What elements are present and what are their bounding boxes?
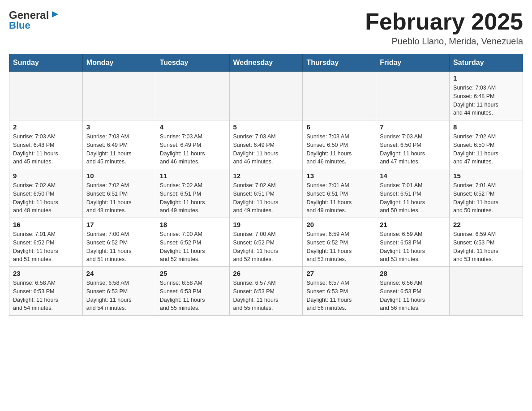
day-number: 16	[13, 221, 79, 228]
day-info: Sunrise: 7:03 AMSunset: 6:49 PMDaylight:…	[233, 133, 299, 166]
calendar-cell-w5-d6: 28Sunrise: 6:56 AMSunset: 6:53 PMDayligh…	[376, 267, 450, 316]
day-info: Sunrise: 6:58 AMSunset: 6:53 PMDaylight:…	[160, 279, 226, 313]
day-number: 9	[13, 172, 79, 180]
calendar-cell-w5-d3: 25Sunrise: 6:58 AMSunset: 6:53 PMDayligh…	[156, 267, 229, 316]
day-number: 23	[13, 270, 79, 277]
day-number: 7	[380, 123, 446, 131]
day-info: Sunrise: 7:03 AMSunset: 6:49 PMDaylight:…	[160, 133, 226, 166]
day-number: 8	[453, 123, 519, 131]
calendar-header-row: Sunday Monday Tuesday Wednesday Thursday…	[9, 54, 523, 72]
day-info: Sunrise: 7:03 AMSunset: 6:48 PMDaylight:…	[13, 133, 79, 166]
day-number: 27	[306, 270, 372, 277]
calendar-cell-w3-d3: 11Sunrise: 7:02 AMSunset: 6:51 PMDayligh…	[156, 169, 229, 218]
day-info: Sunrise: 7:00 AMSunset: 6:52 PMDaylight:…	[160, 230, 226, 264]
calendar-cell-w1-d5	[303, 72, 376, 120]
page-subtitle: Pueblo Llano, Merida, Venezuela	[365, 36, 523, 47]
calendar-cell-w2-d2: 3Sunrise: 7:03 AMSunset: 6:49 PMDaylight…	[82, 120, 156, 169]
calendar-week-1: 1Sunrise: 7:03 AMSunset: 6:48 PMDaylight…	[9, 72, 523, 120]
day-info: Sunrise: 6:57 AMSunset: 6:53 PMDaylight:…	[233, 279, 299, 313]
calendar-cell-w1-d4	[229, 72, 303, 120]
day-number: 18	[160, 221, 226, 228]
day-info: Sunrise: 7:02 AMSunset: 6:51 PMDaylight:…	[233, 181, 299, 215]
calendar-cell-w3-d6: 14Sunrise: 7:01 AMSunset: 6:51 PMDayligh…	[376, 169, 450, 218]
calendar-cell-w2-d5: 6Sunrise: 7:03 AMSunset: 6:50 PMDaylight…	[303, 120, 376, 169]
day-number: 6	[306, 123, 372, 131]
day-number: 17	[86, 221, 152, 228]
calendar-table: Sunday Monday Tuesday Wednesday Thursday…	[9, 54, 523, 316]
day-info: Sunrise: 6:58 AMSunset: 6:53 PMDaylight:…	[86, 279, 152, 313]
day-info: Sunrise: 6:59 AMSunset: 6:52 PMDaylight:…	[306, 230, 372, 264]
calendar-cell-w5-d7	[450, 267, 523, 316]
day-info: Sunrise: 7:03 AMSunset: 6:50 PMDaylight:…	[380, 133, 446, 166]
calendar-cell-w5-d5: 27Sunrise: 6:57 AMSunset: 6:53 PMDayligh…	[303, 267, 376, 316]
calendar-cell-w2-d4: 5Sunrise: 7:03 AMSunset: 6:49 PMDaylight…	[229, 120, 303, 169]
calendar-week-3: 9Sunrise: 7:02 AMSunset: 6:50 PMDaylight…	[9, 169, 523, 218]
day-number: 14	[380, 172, 446, 180]
svg-marker-0	[52, 11, 58, 17]
calendar-week-4: 16Sunrise: 7:01 AMSunset: 6:52 PMDayligh…	[9, 218, 523, 267]
calendar-cell-w2-d6: 7Sunrise: 7:03 AMSunset: 6:50 PMDaylight…	[376, 120, 450, 169]
calendar-cell-w2-d1: 2Sunrise: 7:03 AMSunset: 6:48 PMDaylight…	[9, 120, 83, 169]
col-header-monday: Monday	[82, 54, 156, 72]
page-title: February 2025	[365, 9, 523, 34]
calendar-cell-w2-d3: 4Sunrise: 7:03 AMSunset: 6:49 PMDaylight…	[156, 120, 229, 169]
calendar-cell-w5-d1: 23Sunrise: 6:58 AMSunset: 6:53 PMDayligh…	[9, 267, 83, 316]
day-info: Sunrise: 7:01 AMSunset: 6:52 PMDaylight:…	[453, 181, 519, 215]
calendar-cell-w2-d7: 8Sunrise: 7:02 AMSunset: 6:50 PMDaylight…	[450, 120, 523, 169]
day-info: Sunrise: 7:00 AMSunset: 6:52 PMDaylight:…	[86, 230, 152, 264]
calendar-cell-w4-d7: 22Sunrise: 6:59 AMSunset: 6:53 PMDayligh…	[450, 218, 523, 267]
col-header-sunday: Sunday	[9, 54, 83, 72]
logo-text-blue: Blue	[9, 20, 30, 31]
calendar-cell-w4-d4: 19Sunrise: 7:00 AMSunset: 6:52 PMDayligh…	[229, 218, 303, 267]
title-block: February 2025 Pueblo Llano, Merida, Vene…	[365, 9, 523, 47]
calendar-week-2: 2Sunrise: 7:03 AMSunset: 6:48 PMDaylight…	[9, 120, 523, 169]
day-info: Sunrise: 7:01 AMSunset: 6:52 PMDaylight:…	[13, 230, 79, 264]
day-number: 26	[233, 270, 299, 277]
calendar-cell-w4-d2: 17Sunrise: 7:00 AMSunset: 6:52 PMDayligh…	[82, 218, 156, 267]
col-header-saturday: Saturday	[450, 54, 523, 72]
day-info: Sunrise: 6:56 AMSunset: 6:53 PMDaylight:…	[380, 279, 446, 313]
day-number: 28	[380, 270, 446, 277]
calendar-cell-w4-d1: 16Sunrise: 7:01 AMSunset: 6:52 PMDayligh…	[9, 218, 83, 267]
day-number: 13	[306, 172, 372, 180]
day-number: 2	[13, 123, 79, 131]
page-header: General Blue February 2025 Pueblo Llano,…	[9, 9, 523, 47]
col-header-thursday: Thursday	[303, 54, 376, 72]
logo: General Blue	[9, 9, 59, 31]
calendar-cell-w1-d1	[9, 72, 83, 120]
day-info: Sunrise: 7:02 AMSunset: 6:51 PMDaylight:…	[160, 181, 226, 215]
day-number: 4	[160, 123, 226, 131]
col-header-tuesday: Tuesday	[156, 54, 229, 72]
calendar-cell-w3-d7: 15Sunrise: 7:01 AMSunset: 6:52 PMDayligh…	[450, 169, 523, 218]
calendar-cell-w5-d2: 24Sunrise: 6:58 AMSunset: 6:53 PMDayligh…	[82, 267, 156, 316]
calendar-cell-w3-d5: 13Sunrise: 7:01 AMSunset: 6:51 PMDayligh…	[303, 169, 376, 218]
day-number: 25	[160, 270, 226, 277]
day-info: Sunrise: 6:59 AMSunset: 6:53 PMDaylight:…	[453, 230, 519, 264]
calendar-cell-w4-d5: 20Sunrise: 6:59 AMSunset: 6:52 PMDayligh…	[303, 218, 376, 267]
day-info: Sunrise: 6:59 AMSunset: 6:53 PMDaylight:…	[380, 230, 446, 264]
day-info: Sunrise: 7:01 AMSunset: 6:51 PMDaylight:…	[306, 181, 372, 215]
calendar-cell-w3-d2: 10Sunrise: 7:02 AMSunset: 6:51 PMDayligh…	[82, 169, 156, 218]
logo-arrow-icon	[51, 10, 59, 20]
calendar-cell-w1-d6	[376, 72, 450, 120]
day-number: 20	[306, 221, 372, 228]
day-info: Sunrise: 7:02 AMSunset: 6:51 PMDaylight:…	[86, 181, 152, 215]
day-number: 24	[86, 270, 152, 277]
calendar-cell-w1-d2	[82, 72, 156, 120]
day-number: 5	[233, 123, 299, 131]
day-number: 12	[233, 172, 299, 180]
col-header-wednesday: Wednesday	[229, 54, 303, 72]
day-number: 15	[453, 172, 519, 180]
day-info: Sunrise: 7:02 AMSunset: 6:50 PMDaylight:…	[13, 181, 79, 215]
calendar-cell-w5-d4: 26Sunrise: 6:57 AMSunset: 6:53 PMDayligh…	[229, 267, 303, 316]
calendar-cell-w1-d7: 1Sunrise: 7:03 AMSunset: 6:48 PMDaylight…	[450, 72, 523, 120]
day-info: Sunrise: 7:00 AMSunset: 6:52 PMDaylight:…	[233, 230, 299, 264]
day-number: 19	[233, 221, 299, 228]
calendar-cell-w1-d3	[156, 72, 229, 120]
day-number: 22	[453, 221, 519, 228]
day-info: Sunrise: 7:03 AMSunset: 6:49 PMDaylight:…	[86, 133, 152, 166]
day-number: 10	[86, 172, 152, 180]
calendar-cell-w4-d3: 18Sunrise: 7:00 AMSunset: 6:52 PMDayligh…	[156, 218, 229, 267]
day-info: Sunrise: 6:58 AMSunset: 6:53 PMDaylight:…	[13, 279, 79, 313]
calendar-cell-w4-d6: 21Sunrise: 6:59 AMSunset: 6:53 PMDayligh…	[376, 218, 450, 267]
